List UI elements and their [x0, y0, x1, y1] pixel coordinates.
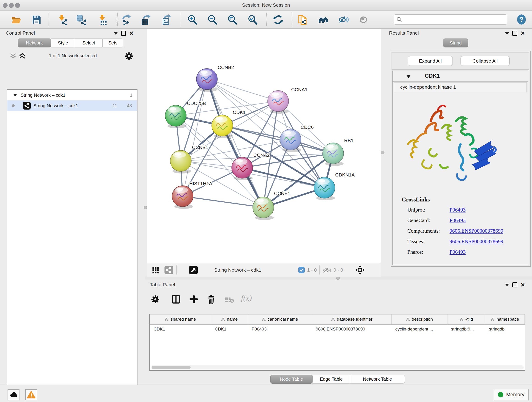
string-app-icon	[23, 102, 31, 109]
column-header-namespace[interactable]: namespace	[485, 314, 525, 324]
network-selection-summary: 1 of 1 Network selected	[27, 53, 119, 58]
main-toolbar: ?	[0, 11, 532, 29]
delete-column-trash-icon[interactable]	[206, 294, 216, 304]
memory-button[interactable]: Memory	[494, 389, 529, 400]
export-network-icon[interactable]	[121, 14, 132, 25]
network-canvas[interactable]: CCNB2CCNA1CDC25BCDK1CDC6RB1CCNB1CCNA2CDK…	[147, 29, 381, 263]
column-header--id[interactable]: @id	[447, 314, 486, 324]
tab-select[interactable]: Select	[75, 38, 102, 47]
import-network-from-file-icon[interactable]	[57, 14, 68, 25]
network-node-CDC25B[interactable]	[165, 105, 186, 128]
network-view-mode-icon[interactable]	[164, 265, 174, 275]
network-node-CCNE1[interactable]	[253, 197, 274, 220]
clone-network-icon[interactable]	[298, 14, 308, 25]
zoom-out-icon[interactable]	[207, 14, 218, 25]
cdk1-section-header[interactable]: CDK1	[393, 71, 528, 82]
float-panel-icon[interactable]	[121, 31, 126, 36]
hide-selected-icon[interactable]	[338, 14, 349, 25]
crosslink-link[interactable]: P06493	[450, 249, 466, 255]
table-settings-gear-icon[interactable]	[150, 294, 160, 304]
crosslink-link[interactable]: 9606.ENSP00000378699	[450, 228, 503, 234]
search-input[interactable]	[402, 17, 501, 22]
grid-view-icon[interactable]	[151, 265, 160, 274]
import-network-from-database-icon[interactable]	[76, 14, 87, 25]
expand-all-button[interactable]: Expand All	[408, 56, 453, 66]
network-node-RB1[interactable]	[323, 143, 344, 166]
section-collapse-icon[interactable]	[406, 75, 411, 78]
selected-checkbox-icon[interactable]	[298, 267, 305, 273]
expand-all-icon[interactable]	[18, 52, 26, 60]
export-table-icon[interactable]	[140, 14, 152, 25]
horizontal-scrollbar	[151, 365, 524, 370]
network-node-HIST1H1A[interactable]	[172, 186, 193, 209]
toolbar-separator	[117, 13, 118, 26]
float-panel-icon[interactable]	[512, 282, 517, 287]
network-node-CCNB1[interactable]	[170, 150, 191, 173]
crosslink-link[interactable]: 9606.ENSP00000378699	[450, 239, 503, 244]
tab-sets[interactable]: Sets	[102, 38, 123, 47]
float-menu-icon[interactable]	[505, 284, 509, 286]
collapse-all-icon[interactable]	[9, 52, 17, 60]
search-field[interactable]	[394, 14, 507, 25]
tab-network-table[interactable]: Network Table	[350, 375, 405, 384]
close-panel-icon[interactable]: ✕	[520, 32, 525, 35]
network-node-CDKN1A[interactable]	[314, 177, 335, 200]
cloud-button[interactable]	[7, 389, 19, 400]
refresh-view-icon[interactable]	[273, 14, 284, 25]
network-collection-row[interactable]: String Network – cdk1 1	[7, 90, 137, 100]
network-node-CCNA1[interactable]	[268, 90, 289, 114]
column-header-description[interactable]: description	[392, 314, 447, 324]
open-session-icon[interactable]	[11, 14, 22, 25]
zoom-selected-icon[interactable]	[247, 14, 258, 25]
close-panel-icon[interactable]: ✕	[129, 32, 133, 35]
export-image-icon[interactable]	[161, 14, 172, 25]
column-header-canonical-name[interactable]: canonical name	[248, 314, 312, 324]
column-type-icon	[460, 317, 463, 321]
tab-network[interactable]: Network	[18, 38, 51, 47]
warning-icon	[27, 390, 36, 399]
network-options-gear-icon[interactable]	[124, 51, 134, 61]
show-all-icon[interactable]	[358, 14, 369, 25]
float-menu-icon[interactable]	[114, 32, 118, 35]
column-header-shared-name[interactable]: shared name	[150, 314, 211, 324]
birds-eye-view-icon[interactable]	[355, 265, 365, 275]
crosslink-link[interactable]: P06493	[450, 207, 466, 213]
table-row[interactable]: CDK1CDK1P064939606.ENSP00000378699cyclin…	[150, 325, 525, 334]
show-columns-icon[interactable]	[171, 294, 181, 304]
column-header-database-identifier[interactable]: database identifier	[312, 314, 392, 324]
warnings-button[interactable]	[25, 389, 37, 400]
detach-view-icon[interactable]	[189, 265, 198, 275]
close-panel-icon[interactable]: ✕	[520, 283, 525, 287]
help-button[interactable]: ?	[516, 14, 527, 25]
zoom-in-icon[interactable]	[187, 14, 198, 25]
scrollbar-thumb[interactable]	[152, 366, 191, 369]
bottom-splitter-handle[interactable]	[336, 276, 340, 280]
tab-style[interactable]: Style	[51, 38, 75, 47]
network-node-CCNA2[interactable]	[232, 157, 253, 180]
column-type-icon	[331, 317, 335, 321]
tab-string[interactable]: String	[443, 38, 468, 47]
selected-count: 1 - 0	[307, 267, 317, 273]
column-type-icon	[262, 317, 266, 321]
crosslink-link[interactable]: P06493	[450, 217, 466, 223]
hidden-count: 0 - 0	[333, 267, 343, 273]
save-session-icon[interactable]	[31, 14, 42, 25]
network-node-CDK1[interactable]	[212, 115, 233, 138]
float-panel-icon[interactable]	[512, 31, 517, 36]
import-table-from-file-icon[interactable]	[97, 14, 108, 25]
float-menu-icon[interactable]	[505, 32, 509, 35]
first-neighbors-icon[interactable]	[318, 14, 329, 25]
column-header-name[interactable]: name	[211, 314, 248, 324]
column-label: description	[412, 317, 433, 322]
network-edge-CDC25B-CDC6	[176, 116, 291, 140]
zoom-fit-icon[interactable]	[227, 14, 238, 25]
tab-edge-table[interactable]: Edge Table	[312, 375, 350, 384]
tree-expander-icon[interactable]	[13, 93, 17, 97]
add-column-icon[interactable]	[189, 294, 199, 304]
network-node-CDC6[interactable]	[280, 129, 301, 152]
tab-node-table[interactable]: Node Table	[270, 375, 312, 384]
collapse-all-button[interactable]: Collapse All	[461, 56, 510, 66]
search-icon	[396, 17, 402, 22]
column-label: namespace	[496, 317, 519, 322]
network-row[interactable]: String Network – cdk1 11 48	[7, 100, 137, 111]
